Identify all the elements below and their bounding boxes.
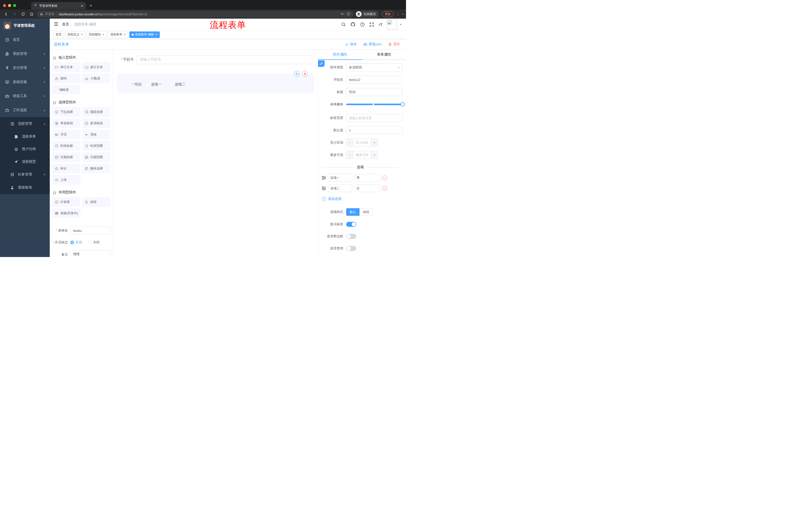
browser-menu-icon[interactable]: ⋮ [395,12,401,16]
palette-item-checkbox-group[interactable]: 多选框组 [82,118,110,128]
sidebar-item-process-form[interactable]: 流程表单 [0,130,50,143]
checkbox-option-2[interactable] [169,83,173,86]
hamburger-icon[interactable] [54,22,59,27]
forward-icon[interactable] [11,10,18,18]
sidebar-item-process-management[interactable]: 流程管理 ▲ [0,117,50,130]
disabled-toggle[interactable] [346,246,356,251]
palette-item-switch[interactable]: 开关 [52,130,80,139]
palette-item-slider[interactable]: 滑块 [82,130,110,139]
save-button[interactable]: 保存 [345,42,357,47]
tag-process-form-edit[interactable]: 流程表单-编辑✕ [129,31,160,38]
form-canvas[interactable]: 手机号 请输入手机号 性别 选项一 选项二 [113,50,318,257]
tag-close-icon[interactable]: ✕ [155,33,157,36]
palette-item-time-range[interactable]: 时间范围 [82,141,110,151]
palette-item-row-container[interactable]: 行容器 [52,197,80,207]
sidebar-logo[interactable]: 芋道管理系统 [0,19,50,33]
phone-input[interactable]: 请输入手机号 [137,55,312,64]
option-1-value-input[interactable] [354,174,380,182]
palette-item-rich-editor[interactable]: 编辑器 [52,85,80,94]
palette-item-date-range[interactable]: 日期范围 [82,153,110,162]
slider-handle[interactable] [401,102,405,107]
palette-item-table[interactable]: 表格[开发中] [52,209,80,218]
sidebar-item-system[interactable]: 系统管理 ▼ [0,47,50,61]
component-type-select[interactable] [346,63,403,72]
option-2-label-input[interactable] [328,185,352,192]
password-key-icon[interactable] [341,12,344,17]
max-select-stepper[interactable]: − 最多可选 + [346,151,378,159]
label-width-input[interactable] [346,114,403,122]
sidebar-item-workflow[interactable]: 工作流程 ▲ [0,103,50,117]
radio-off[interactable] [88,241,91,244]
browser-tab[interactable]: 芋道管理系统 ✕ [31,2,86,9]
max-select-input[interactable]: 最多可选 [353,151,371,159]
help-icon[interactable] [360,22,365,27]
delete-component-button[interactable] [302,71,308,77]
palette-item-input-text[interactable]: 单行文本 [52,62,80,72]
radio-off-label[interactable]: 关闭 [93,240,99,245]
palette-item-date-picker[interactable]: 日期选择 [52,153,80,162]
default-value-input[interactable] [346,126,403,134]
checkbox-option-2-label[interactable]: 选项二 [175,82,185,87]
palette-item-cascader[interactable]: 级联选择 [82,107,110,117]
remove-option-icon[interactable]: − [382,186,387,191]
grid-slider[interactable] [346,100,403,108]
palette-item-button[interactable]: 按钮 [82,197,110,207]
breadcrumb-home[interactable]: 首页 [62,22,69,27]
style-button-button[interactable]: 按钮 [359,208,373,216]
minus-icon[interactable]: − [346,139,353,146]
clear-button[interactable]: 清空 [388,42,400,47]
palette-item-rate[interactable]: 评分 [52,164,80,173]
palette-item-number[interactable]: 123计数器 [82,74,110,83]
tag-close-icon[interactable]: ✕ [102,33,104,36]
avatar-caret-icon[interactable]: ▼ [400,23,402,26]
canvas-field-gender-selected[interactable]: 性别 选项一 选项二 [117,74,314,93]
sidebar-item-task-management[interactable]: 任务管理 ▼ [0,168,50,181]
sidebar-item-user-group[interactable]: 用户分组 [0,143,50,155]
tab-close-icon[interactable]: ✕ [81,4,83,8]
window-controls[interactable] [0,4,20,9]
minus-icon[interactable]: − [346,151,353,159]
title-input[interactable] [346,88,403,96]
tab-form-props[interactable]: 表单属性 [362,50,406,60]
copy-component-button[interactable] [294,71,300,77]
tag-process-definition[interactable]: 流程定义✕ [65,31,85,38]
tag-home[interactable]: 首页 [53,31,64,38]
avatar[interactable] [387,19,397,29]
plus-icon[interactable]: + [371,151,378,159]
tag-close-icon[interactable]: ✕ [123,33,126,36]
canvas-field-phone[interactable]: 手机号 请输入手机号 [113,55,318,64]
sidebar-item-process-model[interactable]: 流程模型 [0,155,50,168]
maximize-window-button[interactable] [13,4,16,7]
min-select-stepper[interactable]: − 至少应选 + [346,139,378,146]
palette-item-upload[interactable]: 上传 [52,175,80,185]
sidebar-item-payment[interactable]: ¥ 支付管理 ▼ [0,61,50,75]
tag-close-icon[interactable]: ✕ [81,33,83,36]
min-select-input[interactable]: 至少应选 [353,139,371,146]
palette-item-select[interactable]: 下拉选择 [52,107,80,117]
security-warning-icon[interactable] [40,12,43,16]
tag-process-form[interactable]: 流程表单✕ [108,31,128,38]
address-input[interactable]: 不安全 dashboard.yudao.iocoder.cn/bpm/manag… [37,10,353,18]
fullscreen-icon[interactable] [369,22,374,27]
update-button[interactable]: 更新 [382,11,394,17]
add-option-button[interactable]: + 添加选项 [322,197,403,201]
profile-caret-icon[interactable]: ▾ [402,13,404,16]
minimize-window-button[interactable] [8,4,11,7]
view-json-button[interactable]: 查看json [363,42,382,47]
sidebar-item-devtools[interactable]: 研发工具 ▼ [0,89,50,103]
palette-item-color-picker[interactable]: 颜色选择 [82,164,110,173]
checkbox-option-1-label[interactable]: 选项一 [151,82,162,87]
close-window-button[interactable] [3,4,6,7]
palette-item-textarea[interactable]: 多行文本 [82,62,110,72]
home-icon[interactable] [28,10,35,18]
radio-on-label[interactable]: 开启 [76,240,82,245]
tab-component-props[interactable]: 组件属性 [318,50,362,60]
radio-on[interactable] [70,241,74,244]
drag-handle-icon[interactable] [322,187,326,190]
new-tab-button[interactable]: + [86,3,92,9]
style-default-button[interactable]: 默认 [346,208,359,216]
remove-option-icon[interactable]: − [382,175,387,180]
drag-handle-icon[interactable] [322,176,326,179]
checkbox-option-1[interactable] [145,83,149,86]
palette-item-radio-group[interactable]: 单选框组 [52,118,80,128]
